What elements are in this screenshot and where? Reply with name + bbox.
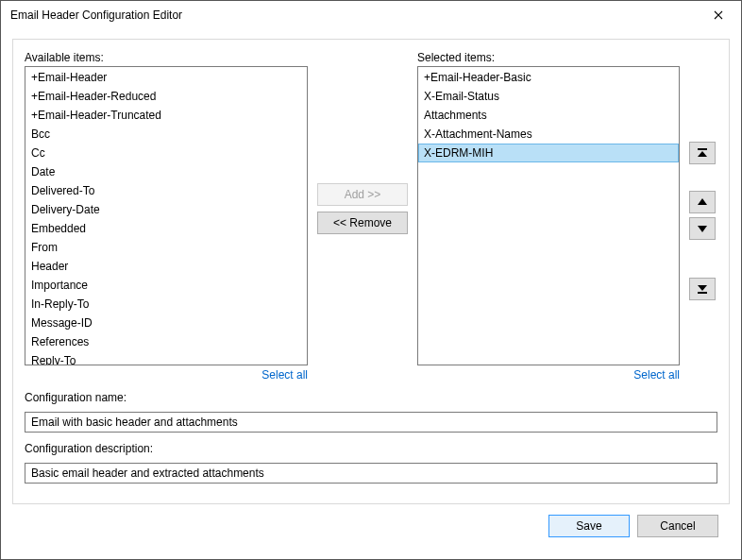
transfer-buttons-column: Add >> << Remove [315, 51, 410, 382]
svg-rect-1 [698, 292, 707, 294]
main-groupbox: Available items: +Email-Header+Email-Hea… [12, 39, 730, 504]
svg-rect-0 [698, 148, 707, 150]
dialog-footer: Save Cancel [12, 504, 730, 548]
window-title: Email Header Configuration Editor [10, 8, 698, 22]
config-name-input[interactable] [25, 412, 717, 433]
config-desc-label: Configuration description: [25, 442, 717, 455]
dialog-body: Available items: +Email-Header+Email-Hea… [1, 29, 741, 559]
move-up-button[interactable] [689, 191, 716, 213]
list-item[interactable]: Delivery-Date [25, 200, 307, 219]
add-button[interactable]: Add >> [317, 183, 408, 206]
move-bottom-icon [697, 283, 708, 295]
reorder-buttons-column [687, 51, 717, 382]
remove-button[interactable]: << Remove [317, 212, 408, 234]
list-item[interactable]: Embedded [25, 219, 307, 238]
list-item[interactable]: X-Email-Status [418, 87, 679, 106]
list-item[interactable]: X-Attachment-Names [418, 125, 679, 144]
list-item[interactable]: X-EDRM-MIH [418, 144, 679, 162]
move-top-button[interactable] [689, 142, 716, 164]
list-item[interactable]: Cc [25, 144, 307, 162]
save-button[interactable]: Save [548, 515, 630, 537]
list-item[interactable]: Bcc [25, 125, 307, 144]
list-item[interactable]: Header [25, 257, 307, 276]
config-name-label: Configuration name: [25, 391, 717, 404]
list-item[interactable]: +Email-Header [25, 68, 307, 87]
selected-label: Selected items: [417, 51, 680, 64]
cancel-button[interactable]: Cancel [637, 515, 718, 537]
selected-column: Selected items: +Email-Header-BasicX-Ema… [417, 51, 680, 382]
selected-select-all-link[interactable]: Select all [633, 368, 680, 382]
move-down-button[interactable] [689, 217, 716, 240]
move-down-icon [697, 223, 708, 234]
list-item[interactable]: Date [25, 162, 307, 181]
available-column: Available items: +Email-Header+Email-Hea… [25, 51, 308, 382]
list-item[interactable]: +Email-Header-Truncated [25, 106, 307, 125]
list-item[interactable]: Reply-To [25, 351, 307, 365]
move-bottom-button[interactable] [689, 278, 716, 300]
list-item[interactable]: In-Reply-To [25, 295, 307, 314]
list-item[interactable]: Attachments [418, 106, 679, 125]
list-item[interactable]: From [25, 238, 307, 257]
list-item[interactable]: Message-ID [25, 314, 307, 332]
list-item[interactable]: References [25, 332, 307, 351]
close-button[interactable] [698, 2, 739, 28]
move-up-icon [697, 196, 708, 208]
titlebar: Email Header Configuration Editor [1, 1, 741, 29]
available-label: Available items: [25, 51, 308, 64]
move-top-icon [697, 147, 708, 159]
list-item[interactable]: Importance [25, 276, 307, 295]
available-listbox[interactable]: +Email-Header+Email-Header-Reduced+Email… [25, 66, 308, 365]
selected-listbox[interactable]: +Email-Header-BasicX-Email-StatusAttachm… [417, 66, 680, 365]
available-select-all-link[interactable]: Select all [261, 368, 308, 382]
dialog-window: Email Header Configuration Editor Availa… [0, 0, 742, 560]
list-item[interactable]: Delivered-To [25, 181, 307, 200]
list-item[interactable]: +Email-Header-Reduced [25, 87, 307, 106]
close-icon [714, 10, 723, 20]
config-desc-input[interactable] [25, 463, 717, 484]
lists-row: Available items: +Email-Header+Email-Hea… [25, 51, 717, 382]
list-item[interactable]: +Email-Header-Basic [418, 68, 679, 87]
